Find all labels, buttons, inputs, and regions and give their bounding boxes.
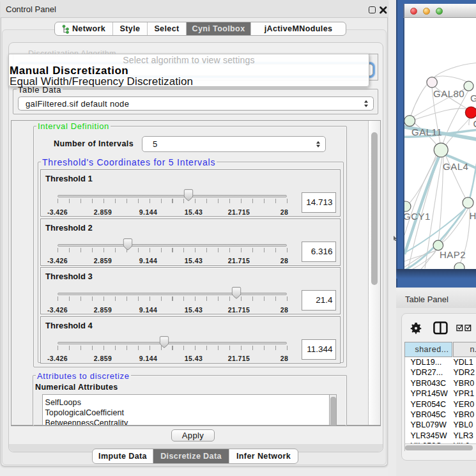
svg-text:GAL80: GAL80 <box>433 88 464 99</box>
svg-text:C: C <box>473 118 476 129</box>
svg-text:GAL11: GAL11 <box>411 127 442 137</box>
svg-text:GA: GA <box>470 93 476 104</box>
svg-text:GCY1: GCY1 <box>404 211 431 222</box>
svg-text:HAP2: HAP2 <box>440 249 466 260</box>
svg-text:H: H <box>469 210 476 221</box>
svg-text:GAL4: GAL4 <box>443 161 468 172</box>
